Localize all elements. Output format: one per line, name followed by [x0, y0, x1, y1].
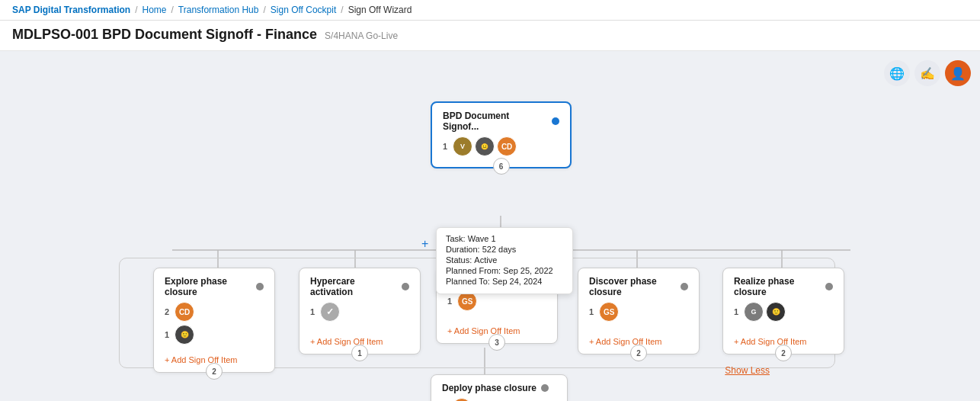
hypercare-add-link[interactable]: + Add Sign Off Item [310, 337, 409, 346]
realize-add-link[interactable]: + Add Sign Off Item [734, 337, 833, 346]
card-hypercare-title: Hypercare activation [310, 276, 409, 297]
card-realize: Realize phase closure 1 G 🙂 2 + Add Sign… [722, 268, 844, 354]
page-subtitle: S/4HANA Go-Live [325, 30, 398, 41]
tooltip-to: Planned To: Sep 24, 2024 [446, 277, 563, 286]
deploy-status-dot [541, 384, 549, 392]
process-badge: 3 [488, 334, 505, 351]
root-card: BPD Document Signof... 1 V 😐 CD 6 [431, 101, 572, 168]
explore-status-dot [256, 283, 264, 290]
hypercare-status-dot [402, 283, 409, 290]
avatar-cd: CD [497, 136, 517, 156]
realize-badge: 2 [775, 345, 792, 361]
realize-avatar-g: G [744, 302, 764, 322]
avatar-face: 😐 [475, 136, 495, 156]
expand-plus[interactable]: + [421, 237, 428, 251]
explore-row1: 2 CD [165, 302, 264, 322]
deploy-avatar-gs: GS [452, 398, 472, 401]
hypercare-row1: 1 ✓ [310, 302, 409, 322]
card-deploy: Deploy phase closure 1 GS 2 + Add Sign O… [431, 374, 568, 401]
realize-status-dot [825, 283, 833, 290]
deploy-row1: 1 GS [442, 398, 556, 401]
discover-row1: 1 GS [589, 302, 688, 322]
explore-row2: 1 🙂 [165, 325, 264, 345]
root-card-title: BPD Document Signof... [443, 111, 559, 132]
root-avatars: 1 V 😐 CD [443, 136, 559, 156]
card-hypercare: Hypercare activation 1 ✓ 1 + Add Sign Of… [299, 268, 421, 354]
discover-avatar-gs: GS [599, 302, 619, 322]
explore-avatar-cd: CD [175, 302, 194, 322]
hypercare-badge: 1 [351, 345, 368, 361]
realize-row1: 1 G 🙂 [734, 302, 833, 322]
breadcrumb-wizard: Sign Off Wizard [348, 5, 412, 15]
breadcrumb-home[interactable]: Home [142, 5, 166, 15]
discover-badge: 2 [630, 345, 647, 361]
breadcrumb-cockpit[interactable]: Sign Off Cockpit [271, 5, 336, 15]
discover-status-dot [681, 283, 688, 290]
card-explore-title: Explore phase closure [165, 276, 264, 297]
discover-add-link[interactable]: + Add Sign Off Item [589, 337, 688, 346]
breadcrumb-hub[interactable]: Transformation Hub [178, 5, 259, 15]
card-deploy-title: Deploy phase closure [442, 383, 556, 393]
avatar-v: V [453, 136, 472, 156]
show-less-button[interactable]: Show Less [725, 365, 770, 376]
root-badge: 6 [493, 158, 510, 175]
realize-avatar-photo: 🙂 [766, 302, 786, 322]
page-title-bar: MDLPSO-001 BPD Document Signoff - Financ… [0, 21, 980, 51]
tooltip-task: Task: Wave 1 [446, 234, 563, 243]
main-content: 🌐 ✍ 👤 BPD Document Signof... [0, 51, 980, 401]
process-add-link[interactable]: + Add Sign Off Item [447, 326, 546, 335]
tooltip-duration: Duration: 522 days [446, 245, 563, 254]
card-explore: Explore phase closure 2 CD 1 🙂 2 + Add S… [153, 268, 275, 373]
card-realize-title: Realize phase closure [734, 276, 833, 297]
diagram: BPD Document Signof... 1 V 😐 CD 6 Task: … [12, 63, 968, 399]
card-discover-title: Discover phase closure [589, 276, 688, 297]
hypercare-avatar-check: ✓ [320, 302, 340, 322]
card-discover: Discover phase closure 1 GS 2 + Add Sign… [578, 268, 700, 354]
breadcrumb-sap: SAP Digital Transformation [12, 5, 130, 15]
breadcrumb: SAP Digital Transformation / Home / Tran… [0, 0, 980, 21]
root-status-dot [552, 117, 559, 125]
explore-add-link[interactable]: + Add Sign Off Item [165, 355, 264, 364]
page-title: MDLPSO-001 BPD Document Signoff - Financ… [12, 27, 317, 43]
explore-badge: 2 [206, 363, 223, 380]
tooltip: Task: Wave 1 Duration: 522 days Status: … [436, 227, 573, 294]
tooltip-from: Planned From: Sep 25, 2022 [446, 266, 563, 275]
explore-avatar-photo: 🙂 [175, 325, 194, 345]
tooltip-status: Status: Active [446, 255, 563, 265]
